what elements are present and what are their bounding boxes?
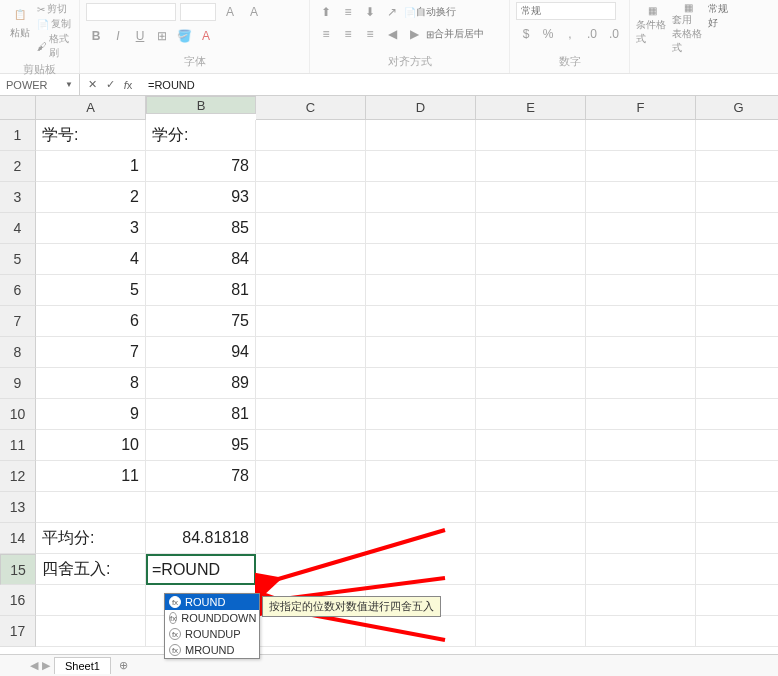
cell-A7[interactable]: 6 — [36, 306, 146, 337]
cell-G3[interactable] — [696, 182, 778, 213]
row-header-15[interactable]: 15 — [0, 554, 36, 585]
cell-C4[interactable] — [256, 213, 366, 244]
cell-E3[interactable] — [476, 182, 586, 213]
cell-D10[interactable] — [366, 399, 476, 430]
cell-B10[interactable]: 81 — [146, 399, 256, 430]
cell-A4[interactable]: 3 — [36, 213, 146, 244]
underline-button[interactable]: U — [130, 26, 150, 46]
cell-E9[interactable] — [476, 368, 586, 399]
cell-G2[interactable] — [696, 151, 778, 182]
cell-F4[interactable] — [586, 213, 696, 244]
row-header-17[interactable]: 17 — [0, 616, 36, 647]
column-header-G[interactable]: G — [696, 96, 778, 120]
cell-F6[interactable] — [586, 275, 696, 306]
brush-button[interactable]: 🖌 格式刷 — [37, 32, 73, 60]
cell-D3[interactable] — [366, 182, 476, 213]
column-header-B[interactable]: B — [146, 96, 256, 114]
cell-E8[interactable] — [476, 337, 586, 368]
cell-E1[interactable] — [476, 120, 586, 151]
cell-E11[interactable] — [476, 430, 586, 461]
cell-D4[interactable] — [366, 213, 476, 244]
row-header-2[interactable]: 2 — [0, 151, 36, 182]
sheet-tab[interactable]: Sheet1 — [54, 657, 111, 674]
autocomplete-item-mround[interactable]: fxMROUND — [165, 642, 259, 658]
cell-E16[interactable] — [476, 585, 586, 616]
autocomplete-item-rounddown[interactable]: fxROUNDDOWN — [165, 610, 259, 626]
cell-F13[interactable] — [586, 492, 696, 523]
cell-F17[interactable] — [586, 616, 696, 647]
prev-sheet-button[interactable]: ◀ — [30, 659, 38, 672]
cell-D9[interactable] — [366, 368, 476, 399]
cell-C5[interactable] — [256, 244, 366, 275]
cell-F1[interactable] — [586, 120, 696, 151]
indent-dec-button[interactable]: ◀ — [382, 24, 402, 44]
column-header-E[interactable]: E — [476, 96, 586, 120]
cell-G16[interactable] — [696, 585, 778, 616]
fill-color-button[interactable]: 🪣 — [174, 26, 194, 46]
cell-A8[interactable]: 7 — [36, 337, 146, 368]
cell-G11[interactable] — [696, 430, 778, 461]
row-header-10[interactable]: 10 — [0, 399, 36, 430]
row-header-13[interactable]: 13 — [0, 492, 36, 523]
cell-B12[interactable]: 78 — [146, 461, 256, 492]
bold-button[interactable]: B — [86, 26, 106, 46]
cut-button[interactable]: ✂ 剪切 — [37, 2, 73, 16]
row-header-4[interactable]: 4 — [0, 213, 36, 244]
cell-B11[interactable]: 95 — [146, 430, 256, 461]
cell-F15[interactable] — [586, 554, 696, 585]
number-format-select[interactable]: 常规 — [516, 2, 616, 20]
cell-F7[interactable] — [586, 306, 696, 337]
cell-B1[interactable]: 学分: — [146, 120, 256, 151]
add-sheet-button[interactable]: ⊕ — [115, 657, 133, 675]
cell-F2[interactable] — [586, 151, 696, 182]
next-sheet-button[interactable]: ▶ — [42, 659, 50, 672]
font-size-select[interactable] — [180, 3, 216, 21]
cell-B4[interactable]: 85 — [146, 213, 256, 244]
cell-E14[interactable] — [476, 523, 586, 554]
cell-D5[interactable] — [366, 244, 476, 275]
currency-button[interactable]: $ — [516, 24, 536, 44]
cell-D11[interactable] — [366, 430, 476, 461]
cell-E4[interactable] — [476, 213, 586, 244]
cell-F14[interactable] — [586, 523, 696, 554]
cell-A10[interactable]: 9 — [36, 399, 146, 430]
dec-decimal-button[interactable]: .0 — [604, 24, 624, 44]
confirm-formula-button[interactable]: ✓ — [102, 77, 118, 93]
cell-A3[interactable]: 2 — [36, 182, 146, 213]
cell-A6[interactable]: 5 — [36, 275, 146, 306]
autocomplete-item-roundup[interactable]: fxROUNDUP — [165, 626, 259, 642]
cancel-formula-button[interactable]: ✕ — [84, 77, 100, 93]
cell-D1[interactable] — [366, 120, 476, 151]
cell-F5[interactable] — [586, 244, 696, 275]
cell-F16[interactable] — [586, 585, 696, 616]
increase-font-button[interactable]: A — [220, 2, 240, 22]
decrease-font-button[interactable]: A — [244, 2, 264, 22]
cell-G9[interactable] — [696, 368, 778, 399]
cell-G17[interactable] — [696, 616, 778, 647]
align-top-button[interactable]: ⬆ — [316, 2, 336, 22]
cell-C3[interactable] — [256, 182, 366, 213]
cell-E12[interactable] — [476, 461, 586, 492]
cell-B14[interactable]: 84.81818 — [146, 523, 256, 554]
cell-B5[interactable]: 84 — [146, 244, 256, 275]
percent-button[interactable]: % — [538, 24, 558, 44]
cell-A13[interactable] — [36, 492, 146, 523]
italic-button[interactable]: I — [108, 26, 128, 46]
align-middle-button[interactable]: ≡ — [338, 2, 358, 22]
align-right-button[interactable]: ≡ — [360, 24, 380, 44]
column-header-A[interactable]: A — [36, 96, 146, 120]
column-header-D[interactable]: D — [366, 96, 476, 120]
cell-F12[interactable] — [586, 461, 696, 492]
cell-D12[interactable] — [366, 461, 476, 492]
cell-G10[interactable] — [696, 399, 778, 430]
cell-D8[interactable] — [366, 337, 476, 368]
row-header-16[interactable]: 16 — [0, 585, 36, 616]
cell-G12[interactable] — [696, 461, 778, 492]
border-button[interactable]: ⊞ — [152, 26, 172, 46]
cell-C1[interactable] — [256, 120, 366, 151]
row-header-9[interactable]: 9 — [0, 368, 36, 399]
cell-A9[interactable]: 8 — [36, 368, 146, 399]
cell-G5[interactable] — [696, 244, 778, 275]
row-header-8[interactable]: 8 — [0, 337, 36, 368]
cell-E2[interactable] — [476, 151, 586, 182]
